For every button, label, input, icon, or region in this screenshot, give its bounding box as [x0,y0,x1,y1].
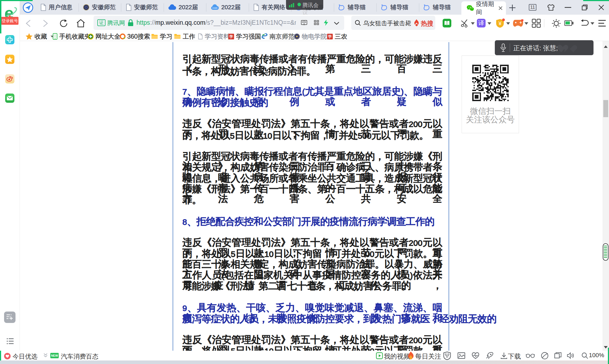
svg-text:24365: 24365 [212,7,217,9]
svg-text:¥: ¥ [498,20,502,26]
